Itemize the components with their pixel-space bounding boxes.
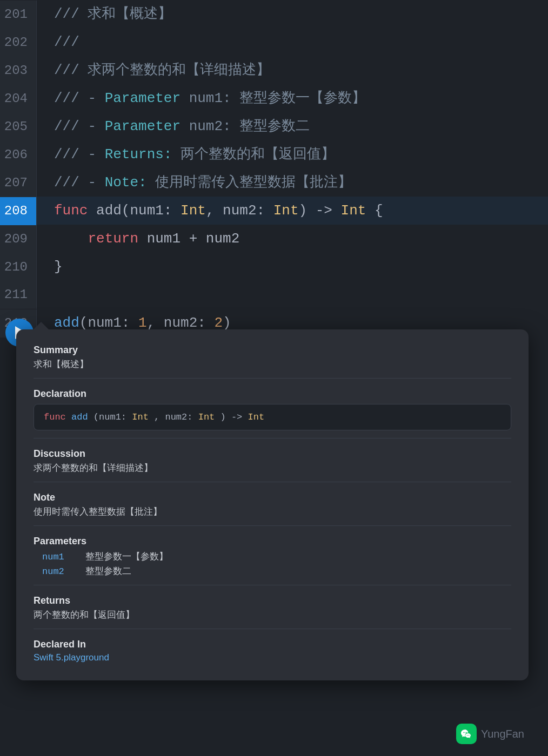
wechat-icon bbox=[456, 724, 477, 744]
parameters-label: Parameters bbox=[34, 536, 511, 547]
divider-3 bbox=[34, 482, 511, 482]
line-content-206: /// - Returns: 两个整数的和【返回值】 bbox=[37, 140, 548, 168]
summary-label: Summary bbox=[34, 345, 511, 356]
code-line-208: 208 func add(num1: Int, num2: Int) -> In… bbox=[0, 197, 548, 225]
line-content-205: /// - Parameter num2: 整型参数二 bbox=[37, 112, 548, 140]
divider-6 bbox=[34, 629, 511, 629]
line-number-203: 203 bbox=[0, 57, 37, 85]
wechat-svg bbox=[460, 727, 473, 740]
declared-in-link[interactable]: Swift 5.playground bbox=[34, 652, 109, 663]
returns-text: 两个整数的和【返回值】 bbox=[34, 609, 511, 621]
line-content-204: /// - Parameter num1: 整型参数一【参数】 bbox=[37, 84, 548, 112]
code-line-207: 207 /// - Note: 使用时需传入整型数据【批注】 bbox=[0, 168, 548, 197]
decl-params: (num1: bbox=[93, 412, 132, 422]
divider-4 bbox=[34, 525, 511, 526]
decl-func-name: add bbox=[71, 412, 88, 422]
code-line-205: 205 /// - Parameter num2: 整型参数二 bbox=[0, 112, 548, 140]
discussion-label: Discussion bbox=[34, 448, 511, 460]
watermark-name: YungFan bbox=[481, 728, 524, 740]
doc-popup: Summary 求和【概述】 Declaration func add (num… bbox=[16, 329, 529, 680]
divider-5 bbox=[34, 585, 511, 585]
line-number-211: 211 bbox=[0, 281, 37, 309]
line-number-205: 205 bbox=[0, 113, 37, 141]
params-table: num1 整型参数一【参数】 num2 整型参数二 bbox=[42, 550, 511, 577]
line-content-201: /// 求和【概述】 bbox=[37, 0, 548, 28]
decl-return-type: Int bbox=[248, 412, 265, 422]
declaration-label: Declaration bbox=[34, 388, 511, 400]
code-line-211: 211 bbox=[0, 281, 548, 309]
line-number-206: 206 bbox=[0, 141, 37, 169]
line-content-202: /// bbox=[37, 28, 548, 56]
param-desc-num2: 整型参数二 bbox=[85, 565, 131, 577]
param-row-num2: num2 整型参数二 bbox=[42, 565, 511, 577]
returns-label: Returns bbox=[34, 595, 511, 606]
note-text: 使用时需传入整型数据【批注】 bbox=[34, 505, 511, 518]
code-line-210: 210 } bbox=[0, 253, 548, 281]
line-content-208: func add(num1: Int, num2: Int) -> Int { bbox=[37, 197, 548, 225]
line-number-202: 202 bbox=[0, 29, 37, 57]
code-line-202: 202 /// bbox=[0, 28, 548, 56]
declaration-code: func add (num1: Int , num2: Int ) -> Int bbox=[34, 404, 511, 430]
code-line-209: 209 return num1 + num2 bbox=[0, 225, 548, 253]
note-label: Note bbox=[34, 492, 511, 503]
decl-type-int2: Int bbox=[198, 412, 215, 422]
line-number-209: 209 bbox=[0, 225, 37, 253]
line-number-208: 208 bbox=[0, 197, 37, 225]
param-row-num1: num1 整型参数一【参数】 bbox=[42, 550, 511, 563]
line-content-203: /// 求两个整数的和【详细描述】 bbox=[37, 56, 548, 84]
line-number-210: 210 bbox=[0, 253, 37, 281]
line-content-207: /// - Note: 使用时需传入整型数据【批注】 bbox=[37, 168, 548, 197]
code-editor: 201 /// 求和【概述】 202 /// 203 /// 求两个整数的和【详… bbox=[0, 0, 548, 335]
code-line-206: 206 /// - Returns: 两个整数的和【返回值】 bbox=[0, 140, 548, 168]
divider-1 bbox=[34, 378, 511, 379]
code-line-204: 204 /// - Parameter num1: 整型参数一【参数】 bbox=[0, 84, 548, 112]
decl-sep: , num2: bbox=[154, 412, 198, 422]
summary-text: 求和【概述】 bbox=[34, 358, 511, 370]
divider-2 bbox=[34, 438, 511, 438]
line-number-201: 201 bbox=[0, 1, 37, 29]
line-number-204: 204 bbox=[0, 85, 37, 113]
code-line-203: 203 /// 求两个整数的和【详细描述】 bbox=[0, 56, 548, 84]
code-line-201: 201 /// 求和【概述】 bbox=[0, 0, 548, 28]
line-content-210: } bbox=[37, 253, 548, 281]
decl-arrow: ) -> bbox=[220, 412, 248, 422]
line-content-209: return num1 + num2 bbox=[37, 225, 548, 253]
decl-func-kw: func bbox=[44, 412, 66, 422]
declared-in-label: Declared In bbox=[34, 639, 511, 650]
discussion-text: 求两个整数的和【详细描述】 bbox=[34, 462, 511, 474]
decl-type-int1: Int bbox=[132, 412, 149, 422]
param-desc-num1: 整型参数一【参数】 bbox=[85, 550, 168, 563]
param-name-num1: num1 bbox=[42, 552, 80, 562]
param-name-num2: num2 bbox=[42, 566, 80, 577]
line-number-207: 207 bbox=[0, 169, 37, 197]
footer-watermark: YungFan bbox=[456, 724, 524, 744]
